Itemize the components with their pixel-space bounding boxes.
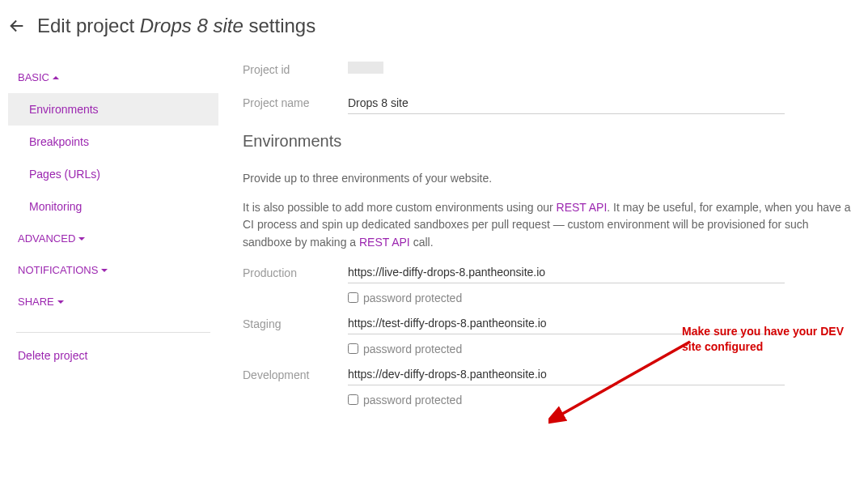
rest-api-link-2[interactable]: REST API bbox=[359, 236, 410, 249]
main-content: Project id Project name Environments Pro… bbox=[218, 53, 868, 432]
project-name-input[interactable] bbox=[348, 94, 785, 114]
env-block-production: Productionpassword protected bbox=[243, 263, 852, 304]
env-password-checkbox-staging[interactable] bbox=[348, 343, 358, 354]
env-label-development: Development bbox=[243, 365, 348, 381]
annotation-text: Make sure you have your DEV site configu… bbox=[682, 324, 844, 355]
environments-heading: Environments bbox=[243, 132, 852, 151]
environments-intro-2: It is also possible to add more custom e… bbox=[243, 199, 852, 252]
divider bbox=[16, 332, 210, 333]
env-label-production: Production bbox=[243, 263, 348, 279]
sidebar-section-advanced[interactable]: ADVANCED bbox=[8, 223, 218, 254]
sidebar-section-share[interactable]: SHARE bbox=[8, 286, 218, 317]
delete-project-link[interactable]: Delete project bbox=[8, 338, 218, 373]
project-id-value bbox=[348, 62, 852, 76]
env-url-input-production[interactable] bbox=[348, 263, 785, 283]
sidebar-section-notifications[interactable]: NOTIFICATIONS bbox=[8, 254, 218, 286]
sidebar-item-monitoring[interactable]: Monitoring bbox=[8, 190, 218, 223]
env-password-checkbox-production[interactable] bbox=[348, 292, 358, 303]
env-url-input-development[interactable] bbox=[348, 365, 785, 385]
project-id-label: Project id bbox=[243, 63, 348, 76]
rest-api-link-1[interactable]: REST API bbox=[557, 201, 608, 214]
env-password-label: password protected bbox=[363, 343, 462, 355]
env-label-staging: Staging bbox=[243, 314, 348, 330]
caret-down-icon bbox=[57, 300, 64, 304]
sidebar-item-pages[interactable]: Pages (URLs) bbox=[8, 158, 218, 190]
env-block-development: Developmentpassword protected bbox=[243, 365, 852, 407]
sidebar-section-basic[interactable]: BASIC bbox=[8, 62, 218, 93]
project-name-label: Project name bbox=[243, 96, 348, 109]
environments-intro-1: Provide up to three environments of your… bbox=[243, 170, 852, 188]
env-password-label: password protected bbox=[363, 292, 462, 304]
page-header: Edit project Drops 8 site settings bbox=[0, 0, 868, 45]
sidebar: BASIC Environments Breakpoints Pages (UR… bbox=[0, 53, 218, 432]
sidebar-item-environments[interactable]: Environments bbox=[8, 93, 218, 126]
env-password-checkbox-development[interactable] bbox=[348, 394, 358, 405]
sidebar-item-breakpoints[interactable]: Breakpoints bbox=[8, 126, 218, 158]
caret-down-icon bbox=[78, 237, 85, 240]
caret-up-icon bbox=[53, 76, 59, 79]
caret-down-icon bbox=[101, 269, 108, 272]
env-password-label: password protected bbox=[363, 394, 462, 407]
back-arrow-icon[interactable] bbox=[8, 17, 26, 35]
page-title: Edit project Drops 8 site settings bbox=[37, 15, 315, 37]
